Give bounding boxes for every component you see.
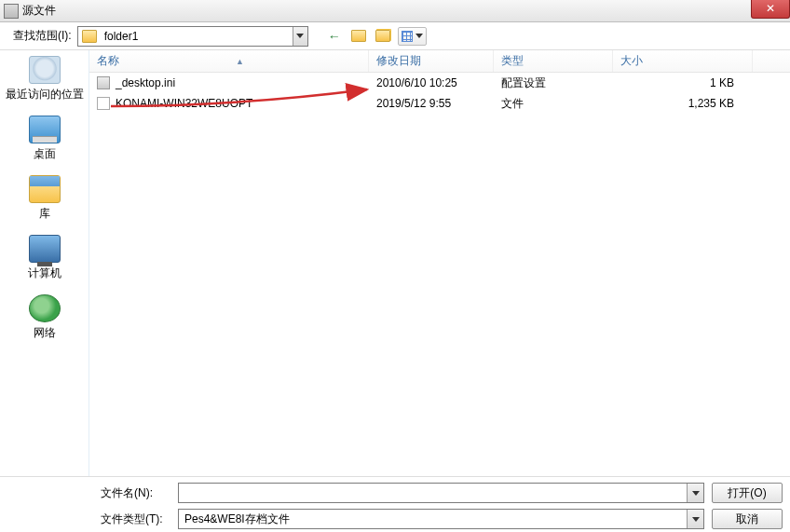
file-row[interactable]: _desktop.ini 2010/6/10 10:25 配置设置 1 KB	[89, 73, 790, 93]
path-text: folder1	[101, 30, 293, 43]
file-list: 名称▲ 修改日期 类型 大小 _desktop.ini 2010/6/10 10…	[89, 50, 790, 476]
file-size-cell: 1,235 KB	[613, 97, 753, 110]
column-headers: 名称▲ 修改日期 类型 大小	[89, 50, 790, 73]
places-bar: 最近访问的位置 桌面 库 计算机 网络	[0, 50, 89, 476]
place-computer[interactable]: 计算机	[0, 235, 89, 281]
file-date-cell: 2019/5/12 9:55	[369, 97, 494, 110]
column-name-label: 名称	[97, 53, 119, 69]
file-type-cell: 配置设置	[494, 75, 613, 91]
column-date[interactable]: 修改日期	[369, 50, 494, 72]
chevron-down-icon	[692, 517, 700, 522]
file-config-icon	[97, 76, 110, 89]
file-name-cell: KONAMI-WIN32WE8UOPT	[89, 97, 369, 110]
desktop-icon	[29, 116, 61, 143]
place-label: 桌面	[0, 146, 89, 162]
file-row[interactable]: KONAMI-WIN32WE8UOPT 2019/5/12 9:55 文件 1,…	[89, 93, 790, 114]
file-date-cell: 2010/6/10 10:25	[369, 76, 494, 89]
file-generic-icon	[97, 97, 110, 110]
views-button[interactable]	[398, 27, 427, 46]
place-recent[interactable]: 最近访问的位置	[0, 56, 89, 102]
back-button[interactable]: ←	[325, 27, 344, 46]
open-button[interactable]: 打开(O)	[712, 483, 783, 503]
filename-label: 文件名(N):	[101, 485, 170, 501]
title-bar: 源文件 ✕	[0, 0, 790, 22]
file-name: _desktop.ini	[116, 76, 175, 89]
path-dropdown-button[interactable]	[293, 27, 307, 46]
column-size[interactable]: 大小	[613, 50, 753, 72]
folder-icon	[82, 30, 97, 43]
file-size-cell: 1 KB	[613, 76, 753, 89]
place-label: 最近访问的位置	[0, 87, 89, 102]
filetype-combobox[interactable]: Pes4&WE8I存档文件	[178, 509, 704, 529]
chevron-down-icon	[692, 491, 700, 496]
column-type-label: 类型	[501, 53, 524, 69]
open-button-label: 打开(O)	[728, 486, 766, 499]
file-name-cell: _desktop.ini	[89, 76, 369, 89]
filename-combobox[interactable]	[178, 483, 704, 503]
file-type-cell: 文件	[494, 96, 613, 112]
column-type[interactable]: 类型	[494, 50, 613, 72]
filename-dropdown-button[interactable]	[687, 484, 703, 502]
place-label: 网络	[0, 325, 89, 341]
recent-icon	[29, 56, 61, 84]
filetype-label: 文件类型(T):	[101, 512, 170, 527]
place-libraries[interactable]: 库	[0, 175, 89, 222]
chevron-down-icon	[296, 34, 304, 38]
network-icon	[29, 294, 61, 322]
cancel-button-label: 取消	[736, 512, 758, 525]
toolbar: 查找范围(I): folder1 ←	[0, 22, 790, 50]
sort-asc-icon: ▲	[236, 57, 244, 66]
close-button[interactable]: ✕	[751, 0, 790, 19]
views-grid-icon	[402, 31, 413, 42]
nav-buttons: ←	[325, 27, 427, 46]
place-network[interactable]: 网络	[0, 294, 89, 341]
libraries-icon	[29, 175, 61, 203]
chevron-down-icon	[415, 34, 423, 38]
computer-icon	[29, 235, 61, 263]
column-date-label: 修改日期	[376, 53, 421, 69]
filetype-value: Pes4&WE8I存档文件	[179, 512, 687, 527]
window-title: 源文件	[22, 3, 56, 19]
up-folder-button[interactable]	[349, 27, 368, 46]
main-area: 最近访问的位置 桌面 库 计算机 网络 名称▲ 修改日期 类型 大小 _desk…	[0, 50, 790, 476]
column-name[interactable]: 名称▲	[89, 50, 369, 72]
app-icon	[4, 4, 19, 19]
new-folder-button[interactable]	[374, 27, 392, 46]
place-desktop[interactable]: 桌面	[0, 116, 89, 162]
column-size-label: 大小	[620, 53, 643, 69]
folder-new-icon	[375, 30, 390, 42]
bottom-panel: 文件名(N): 打开(O) 文件类型(T): Pes4&WE8I存档文件 取消	[0, 476, 790, 532]
file-name: KONAMI-WIN32WE8UOPT	[116, 97, 252, 110]
close-icon: ✕	[766, 2, 775, 15]
path-combobox[interactable]: folder1	[77, 26, 308, 47]
place-label: 计算机	[0, 266, 89, 281]
back-arrow-icon: ←	[328, 29, 341, 44]
cancel-button[interactable]: 取消	[712, 509, 783, 529]
folder-up-icon	[351, 30, 366, 42]
lookin-label: 查找范围(I):	[13, 28, 72, 44]
filetype-dropdown-button[interactable]	[687, 510, 703, 528]
place-label: 库	[0, 206, 89, 222]
